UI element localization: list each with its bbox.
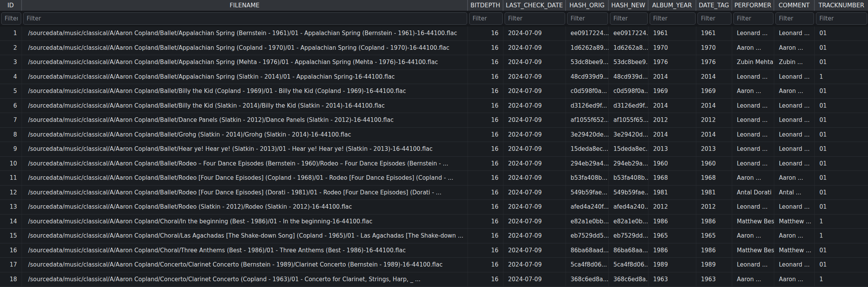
table-row[interactable]: 12/sourcedata/music/classical/A/Aaron Co…: [0, 186, 868, 200]
cell-performer: Leonard ...: [732, 258, 774, 272]
table-row[interactable]: 10/sourcedata/music/classical/A/Aaron Co…: [0, 157, 868, 171]
cell-date-tag: 1976: [696, 55, 732, 69]
data-table: IDFILENAMEBITDEPTHLAST_CHECK_DATEHASH_OR…: [0, 0, 868, 287]
cell-hash-new: 53dc8bee9...: [609, 55, 648, 69]
cell-date-tag: 2012: [696, 200, 732, 214]
filter-input-filename[interactable]: [23, 12, 467, 25]
table-row[interactable]: 3/sourcedata/music/classical/A/Aaron Cop…: [0, 55, 868, 70]
cell-bitdepth: 16: [468, 55, 503, 69]
cell-hash-new: afed4a240...: [609, 200, 648, 214]
cell-tracknumber: 01: [815, 128, 868, 142]
column-header-hash-new[interactable]: HASH_NEW: [609, 0, 648, 11]
cell-performer: Leonard ...: [732, 128, 774, 142]
cell-comment: Matthew ...: [774, 214, 815, 229]
cell-tracknumber: 01: [815, 200, 868, 214]
column-header-tracknumber[interactable]: TRACKNUMBER: [815, 0, 868, 11]
column-header-last-check-date[interactable]: LAST_CHECK_DATE: [503, 0, 566, 11]
column-header-hash-orig[interactable]: HASH_ORIG: [566, 0, 609, 11]
cell-hash-orig: 86ba68aad...: [566, 243, 609, 258]
cell-last-check-date: 2024-07-09: [503, 113, 566, 127]
cell-last-check-date: 2024-07-09: [503, 99, 566, 113]
cell-last-check-date: 2024-07-09: [503, 171, 566, 185]
cell-last-check-date: 2024-07-09: [503, 272, 566, 287]
table-row[interactable]: 5/sourcedata/music/classical/A/Aaron Cop…: [0, 84, 868, 99]
cell-hash-orig: eb7529dd5...: [566, 229, 609, 243]
cell-id: 3: [0, 55, 22, 69]
filter-input-last-check-date[interactable]: [505, 12, 565, 25]
cell-comment: Leonard ...: [774, 258, 815, 272]
cell-bitdepth: 16: [468, 258, 503, 272]
cell-id: 8: [0, 128, 22, 142]
cell-tracknumber: 01: [815, 113, 868, 127]
column-header-comment[interactable]: COMMENT: [774, 0, 815, 11]
filter-input-album-year[interactable]: [650, 12, 696, 25]
cell-last-check-date: 2024-07-09: [503, 186, 566, 200]
table-row[interactable]: 13/sourcedata/music/classical/A/Aaron Co…: [0, 200, 868, 214]
table-row[interactable]: 1/sourcedata/music/classical/A/Aaron Cop…: [0, 26, 868, 41]
cell-hash-orig: 368c6ed8a...: [566, 272, 609, 287]
cell-date-tag: 2013: [696, 142, 732, 156]
filter-input-performer[interactable]: [733, 12, 773, 25]
column-header-id[interactable]: ID: [0, 0, 22, 11]
cell-tracknumber: 01: [815, 243, 868, 258]
cell-filename: /sourcedata/music/classical/A/Aaron Copl…: [22, 26, 468, 41]
cell-hash-new: b53fa408b...: [609, 171, 648, 185]
filter-input-hash-orig[interactable]: [567, 12, 608, 25]
cell-last-check-date: 2024-07-09: [503, 157, 566, 171]
filter-input-hash-new[interactable]: [610, 12, 648, 25]
cell-tracknumber: 1: [815, 229, 868, 243]
column-header-filename[interactable]: FILENAME: [22, 0, 468, 11]
cell-date-tag: 1963: [696, 272, 732, 287]
cell-id: 10: [0, 157, 22, 171]
table-row[interactable]: 14/sourcedata/music/classical/A/Aaron Co…: [0, 214, 868, 229]
table-row[interactable]: 17/sourcedata/music/classical/A/Aaron Co…: [0, 258, 868, 272]
cell-last-check-date: 2024-07-09: [503, 243, 566, 258]
cell-album-year: 1986: [648, 243, 696, 258]
table-row[interactable]: 2/sourcedata/music/classical/A/Aaron Cop…: [0, 41, 868, 56]
cell-filename: /sourcedata/music/classical/A/Aaron Copl…: [22, 113, 468, 127]
table-row[interactable]: 7/sourcedata/music/classical/A/Aaron Cop…: [0, 113, 868, 128]
table-row[interactable]: 9/sourcedata/music/classical/A/Aaron Cop…: [0, 142, 868, 157]
cell-hash-new: ee0917224...: [609, 26, 648, 41]
column-header-date-tag[interactable]: DATE_TAG: [696, 0, 732, 11]
filter-input-comment[interactable]: [775, 12, 814, 25]
filter-input-tracknumber[interactable]: [816, 12, 867, 25]
filter-input-bitdepth[interactable]: [469, 12, 503, 25]
cell-id: 15: [0, 229, 22, 243]
table-row[interactable]: 16/sourcedata/music/classical/A/Aaron Co…: [0, 243, 868, 258]
cell-performer: Leonard ...: [732, 200, 774, 214]
cell-album-year: 1989: [648, 258, 696, 272]
cell-comment: Leonard ...: [774, 157, 815, 171]
cell-comment: Antal ...: [774, 186, 815, 200]
cell-tracknumber: 1: [815, 214, 868, 229]
filter-input-id[interactable]: [1, 12, 21, 25]
cell-last-check-date: 2024-07-09: [503, 142, 566, 156]
cell-date-tag: 1965: [696, 229, 732, 243]
table-row[interactable]: 11/sourcedata/music/classical/A/Aaron Co…: [0, 171, 868, 186]
table-row[interactable]: 6/sourcedata/music/classical/A/Aaron Cop…: [0, 99, 868, 113]
cell-comment: Aaron ...: [774, 272, 815, 287]
cell-comment: Leonard ...: [774, 142, 815, 156]
table-row[interactable]: 8/sourcedata/music/classical/A/Aaron Cop…: [0, 128, 868, 142]
filter-cell-hash-orig: [566, 11, 609, 26]
cell-filename: /sourcedata/music/classical/A/Aaron Copl…: [22, 70, 468, 84]
cell-id: 5: [0, 84, 22, 98]
cell-date-tag: 1989: [696, 258, 732, 272]
cell-performer: Leonard ...: [732, 99, 774, 113]
cell-comment: Leonard ...: [774, 70, 815, 84]
cell-hash-new: 294eb29a...: [609, 157, 648, 171]
cell-bitdepth: 16: [468, 142, 503, 156]
column-header-album-year[interactable]: ALBUM_YEAR: [648, 0, 696, 11]
cell-album-year: 1961: [648, 26, 696, 41]
filter-input-date-tag[interactable]: [697, 12, 731, 25]
table-row[interactable]: 15/sourcedata/music/classical/A/Aaron Co…: [0, 229, 868, 243]
table-row[interactable]: 4/sourcedata/music/classical/A/Aaron Cop…: [0, 70, 868, 84]
column-header-performer[interactable]: PERFORMER: [732, 0, 774, 11]
cell-bitdepth: 16: [468, 186, 503, 200]
cell-comment: Leonard ...: [774, 128, 815, 142]
cell-hash-orig: 1d6262a89...: [566, 41, 609, 55]
cell-filename: /sourcedata/music/classical/A/Aaron Copl…: [22, 157, 468, 171]
column-header-bitdepth[interactable]: BITDEPTH: [468, 0, 503, 11]
cell-id: 7: [0, 113, 22, 127]
table-row[interactable]: 18/sourcedata/music/classical/A/Aaron Co…: [0, 272, 868, 287]
